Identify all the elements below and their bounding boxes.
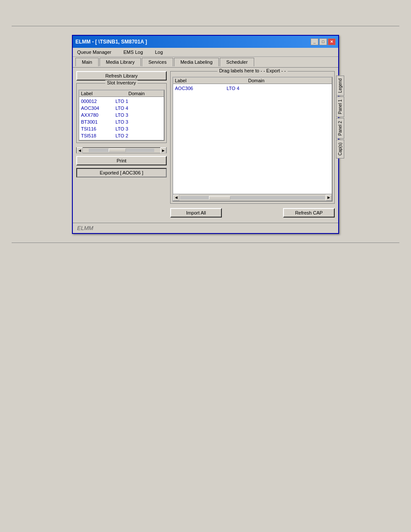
tab-bar: Main Media Library Services Media Labeli… xyxy=(73,57,338,68)
list-item: BT3001LTO 3 xyxy=(81,118,162,125)
export-list-header: Label Domain xyxy=(173,78,332,84)
scroll-right-arrow[interactable]: ▶ xyxy=(160,147,166,153)
title-bar: ELMM - [ \TSINB1, SM8701A ] _ □ ✕ xyxy=(73,36,338,48)
list-item: TSI518LTO 2 xyxy=(81,132,162,139)
tab-main[interactable]: Main xyxy=(75,58,99,66)
export-header-label: Label xyxy=(175,78,227,83)
left-scrollbar[interactable]: ◀ ▶ xyxy=(76,147,167,153)
list-item: TSI116LTO 3 xyxy=(81,125,162,132)
menu-log[interactable]: Log xyxy=(153,49,165,56)
scroll-left-arrow-right[interactable]: ◀ xyxy=(173,195,179,201)
side-tab-caps[interactable]: Cap(s) xyxy=(336,140,344,159)
footer-label: ELMM xyxy=(77,225,93,231)
side-tab-legend[interactable]: Legend xyxy=(336,75,344,96)
menu-ems-log[interactable]: EMS Log xyxy=(122,49,145,56)
slot-header-domain: Domain xyxy=(128,91,145,96)
export-list-body: AOC306 LTO 4 xyxy=(173,84,332,194)
tab-media-library[interactable]: Media Library xyxy=(100,58,141,66)
footer: ELMM xyxy=(73,223,338,233)
scroll-right-arrow-right[interactable]: ▶ xyxy=(326,195,332,201)
slot-inventory-label: Slot Inventory xyxy=(105,80,137,85)
exported-status: Exported [ AOC306 ] xyxy=(76,168,167,177)
scroll-track xyxy=(89,149,154,152)
list-item: 000012LTO 1 xyxy=(81,98,162,105)
bottom-buttons: Import All Refresh CAP xyxy=(170,206,335,219)
window-title: ELMM - [ \TSINB1, SM8701A ] xyxy=(75,39,147,45)
side-tabs: Legend Panel 1 Panel 2 Cap(s) xyxy=(336,75,344,159)
refresh-library-button[interactable]: Refresh Library xyxy=(76,71,167,81)
slot-list-body: 000012LTO 1 AOC304LTO 4 AXX780LTO 3 BT30… xyxy=(79,97,164,140)
side-tab-panel2[interactable]: Panel 2 xyxy=(336,118,344,139)
slot-list-header: Label Domain xyxy=(79,90,164,97)
slot-header-label: Label xyxy=(81,91,115,96)
main-window: ELMM - [ \TSINB1, SM8701A ] _ □ ✕ Queue … xyxy=(72,35,339,234)
tab-scheduler[interactable]: Scheduler xyxy=(220,58,254,66)
left-panel: Refresh Library Slot Inventory Label Dom… xyxy=(76,71,167,219)
right-scrollbar[interactable]: ◀ ▶ xyxy=(173,194,332,201)
maximize-button[interactable]: □ xyxy=(319,38,327,45)
minimize-button[interactable]: _ xyxy=(311,38,318,45)
export-header-domain: Domain xyxy=(248,78,265,83)
export-list[interactable]: Label Domain AOC306 LTO 4 ◀ xyxy=(172,77,333,202)
window-controls: _ □ ✕ xyxy=(311,38,336,45)
tab-media-labeling[interactable]: Media Labeling xyxy=(174,58,219,66)
content-area: Refresh Library Slot Inventory Label Dom… xyxy=(73,68,338,223)
side-tab-panel1[interactable]: Panel 1 xyxy=(336,96,344,117)
list-item: AOC304LTO 4 xyxy=(81,105,162,112)
scroll-track-right xyxy=(180,196,325,199)
export-group-label: Drag labels here to - - Export - - xyxy=(218,68,288,73)
import-all-button[interactable]: Import All xyxy=(170,208,222,218)
tab-services[interactable]: Services xyxy=(142,58,173,66)
scroll-thumb[interactable] xyxy=(109,149,126,152)
menu-bar: Queue Manager EMS Log Log xyxy=(73,48,338,57)
menu-queue-manager[interactable]: Queue Manager xyxy=(75,49,113,56)
export-group: Drag labels here to - - Export - - Label… xyxy=(170,71,335,204)
scroll-thumb-right[interactable] xyxy=(209,196,230,199)
close-button[interactable]: ✕ xyxy=(328,38,336,45)
slot-inventory-group: Slot Inventory Label Domain 000012LTO 1 … xyxy=(76,83,167,143)
scroll-left-arrow[interactable]: ◀ xyxy=(77,147,83,153)
list-item: AXX780LTO 3 xyxy=(81,112,162,118)
right-panel: Drag labels here to - - Export - - Label… xyxy=(170,71,335,219)
slot-inventory-list[interactable]: Label Domain 000012LTO 1 AOC304LTO 4 AXX… xyxy=(78,90,165,141)
print-button[interactable]: Print xyxy=(76,156,167,165)
refresh-cap-button[interactable]: Refresh CAP xyxy=(283,208,335,218)
list-item: AOC306 LTO 4 xyxy=(175,85,330,92)
